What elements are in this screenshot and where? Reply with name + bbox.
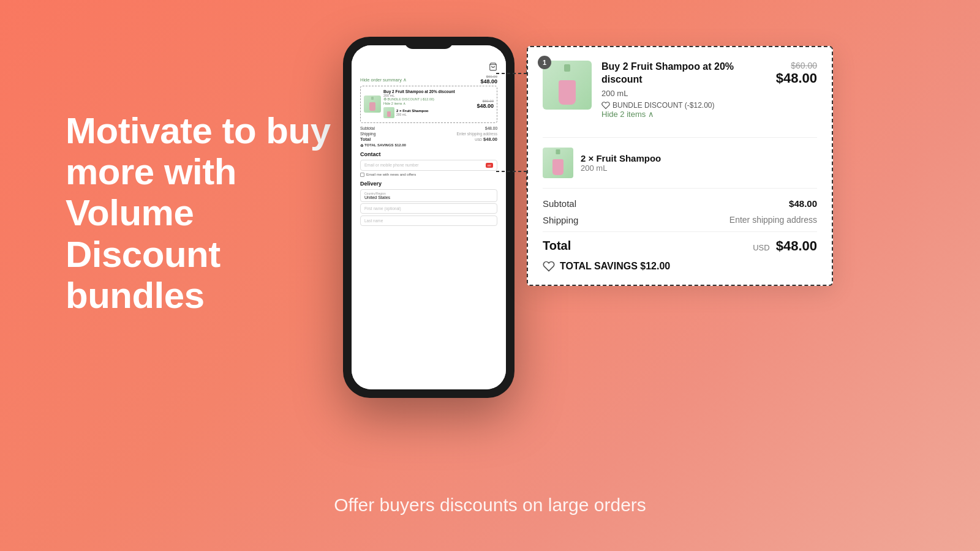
popup-usd-label: USD xyxy=(753,243,769,252)
discount-text: BUNDLE DISCOUNT (-$12.00) xyxy=(388,97,434,101)
popup-grand-total-row: Total USD $48.00 xyxy=(543,231,817,254)
popup-savings-value: $12.00 xyxy=(640,261,670,271)
popup-hide-items[interactable]: Hide 2 items ∧ xyxy=(601,110,766,119)
subtotal-row: Subtotal $48.00 xyxy=(360,126,497,130)
phone-mockup: Hide order summary ∧ $60.00 $48.00 Buy 2… xyxy=(343,37,514,404)
popup-price-old: $60.00 xyxy=(791,61,817,70)
popup-shipping-label: Shipping xyxy=(543,215,578,225)
firstname-input[interactable]: First name (optional) xyxy=(360,203,497,214)
popup-grand-value: $48.00 xyxy=(776,238,817,253)
order-summary-header: Hide order summary ∧ $60.00 $48.00 xyxy=(360,75,497,84)
popup-subtotal-row: Subtotal $48.00 xyxy=(543,198,817,209)
popup-totals: Subtotal $48.00 Shipping Enter shipping … xyxy=(543,198,817,254)
heading-line3: Discount bundles xyxy=(66,234,221,316)
email-input[interactable]: Email or mobile phone number err xyxy=(360,160,497,171)
main-heading-block: Motivate to buy more with Volume Discoun… xyxy=(66,110,347,316)
popup-savings-icon xyxy=(543,260,555,272)
sub-info: 2 × Fruit Shampoo 200 mL xyxy=(396,109,429,116)
popup-price-new: $48.00 xyxy=(776,70,817,86)
sub-thumbnail xyxy=(383,107,394,118)
lastname-input[interactable]: Last name xyxy=(360,216,497,226)
popup-sub-product: 2 × Fruit Shampoo 200 mL xyxy=(543,148,817,189)
heading-line1: Motivate to buy xyxy=(66,110,331,151)
hide-items-text: Hide 2 items xyxy=(383,102,402,105)
email-placeholder: Email or mobile phone number xyxy=(364,163,419,167)
subtotal-label: Subtotal xyxy=(360,126,375,130)
popup-product-volume: 200 mL xyxy=(601,89,766,98)
firstname-placeholder: First name (optional) xyxy=(364,206,401,211)
popup-badge: 1 xyxy=(538,56,551,69)
hide-items[interactable]: Hide 2 items ∧ xyxy=(383,102,474,105)
shipping-value: Enter shipping address xyxy=(457,132,498,136)
error-badge: err xyxy=(486,163,493,168)
screen-content: Hide order summary ∧ $60.00 $48.00 Buy 2… xyxy=(352,45,506,389)
price-new: $48.00 xyxy=(480,78,497,84)
subtitle: Offer buyers discounts on large orders xyxy=(334,495,646,515)
popup-shipping-value: Enter shipping address xyxy=(729,215,817,225)
savings-label: TOTAL SAVINGS xyxy=(364,143,394,147)
total-row: Total USD $48.00 xyxy=(360,137,497,142)
phone-notch xyxy=(404,37,453,49)
shipping-label: Shipping xyxy=(360,132,375,136)
popup-discount-badge: BUNDLE DISCOUNT (-$12.00) xyxy=(601,101,766,110)
savings-value: $12.00 xyxy=(395,143,406,147)
popup-product-thumbnail xyxy=(543,61,592,110)
popup-product-row: 1 Buy 2 Fruit Shampoo at 20% discount 20… xyxy=(543,61,817,138)
lastname-placeholder: Last name xyxy=(364,219,383,223)
summary-prices: $60.00 $48.00 xyxy=(480,75,497,84)
newsletter-checkbox[interactable] xyxy=(360,173,364,177)
popup-subtotal-value: $48.00 xyxy=(789,198,817,209)
dashed-product-box: Buy 2 Fruit Shampoo at 20% discount 200 … xyxy=(360,86,497,123)
phone-outer: Hide order summary ∧ $60.00 $48.00 Buy 2… xyxy=(343,37,514,398)
popup-product-info: Buy 2 Fruit Shampoo at 20% discount 200 … xyxy=(601,61,766,127)
popup-sub-thumbnail xyxy=(543,148,573,178)
phone-screen: Hide order summary ∧ $60.00 $48.00 Buy 2… xyxy=(352,45,506,389)
popup-card: 1 Buy 2 Fruit Shampoo at 20% discount 20… xyxy=(527,46,833,286)
popup-grand-label: Total xyxy=(543,239,571,253)
popup-sub-name: 2 × Fruit Shampoo xyxy=(581,153,817,163)
popup-hide-items-text: Hide 2 items xyxy=(601,110,646,119)
product-row: Buy 2 Fruit Shampoo at 20% discount 200 … xyxy=(364,89,494,118)
discount-badge: ♻ BUNDLE DISCOUNT (-$12.00) xyxy=(383,97,474,101)
popup-chevron-icon: ∧ xyxy=(648,110,654,119)
product-prices: $60.00 $48.00 xyxy=(477,99,494,109)
popup-sub-volume: 200 mL xyxy=(581,163,817,173)
popup-discount-text: BUNDLE DISCOUNT (-$12.00) xyxy=(612,101,715,110)
popup-savings-row: TOTAL SAVINGS $12.00 xyxy=(543,260,817,272)
popup-savings-text: TOTAL SAVINGS $12.00 xyxy=(560,261,670,272)
country-value: United States xyxy=(364,195,493,200)
shipping-row: Shipping Enter shipping address xyxy=(360,132,497,136)
chevron-icon: ∧ xyxy=(403,77,407,83)
hide-summary-text: Hide order summary xyxy=(360,77,402,83)
country-select[interactable]: Country/Region United States xyxy=(360,189,497,202)
popup-prices: $60.00 $48.00 xyxy=(776,61,817,86)
popup-savings-label: TOTAL SAVINGS xyxy=(560,261,638,271)
delivery-section-title: Delivery xyxy=(360,181,497,187)
newsletter-label: Email me with news and offers xyxy=(366,173,416,176)
product-thumbnail xyxy=(364,96,381,113)
contact-section-title: Contact xyxy=(360,151,497,157)
popup-thumb-wrapper: 1 xyxy=(543,61,592,110)
newsletter-row[interactable]: Email me with news and offers xyxy=(360,173,497,177)
popup-subtotal-label: Subtotal xyxy=(543,198,576,209)
popup-grand-value-group: USD $48.00 xyxy=(753,238,817,254)
savings-row: ♻ TOTAL SAVINGS $12.00 xyxy=(360,143,497,148)
popup-sub-info: 2 × Fruit Shampoo 200 mL xyxy=(581,153,817,173)
screen-topbar xyxy=(360,62,497,71)
total-value: $48.00 xyxy=(483,137,497,142)
popup-shipping-row: Shipping Enter shipping address xyxy=(543,215,817,225)
product-name: Buy 2 Fruit Shampoo at 20% discount xyxy=(383,89,474,94)
heading-line2: more with Volume xyxy=(66,151,236,233)
product-info: Buy 2 Fruit Shampoo at 20% discount 200 … xyxy=(383,89,474,118)
totals-section: Subtotal $48.00 Shipping Enter shipping … xyxy=(360,126,497,148)
discount-icon xyxy=(601,101,610,110)
popup-product-name: Buy 2 Fruit Shampoo at 20% discount xyxy=(601,61,766,86)
main-heading: Motivate to buy more with Volume Discoun… xyxy=(66,110,347,316)
sub-product: 2 × Fruit Shampoo 200 mL xyxy=(383,107,474,118)
total-label: Total xyxy=(360,137,371,142)
hide-summary-link[interactable]: Hide order summary ∧ xyxy=(360,77,407,83)
total-value-group: USD $48.00 xyxy=(475,137,497,142)
total-usd: USD xyxy=(475,138,482,141)
product-price-new: $48.00 xyxy=(477,103,494,109)
sub-volume: 200 mL xyxy=(396,113,429,116)
